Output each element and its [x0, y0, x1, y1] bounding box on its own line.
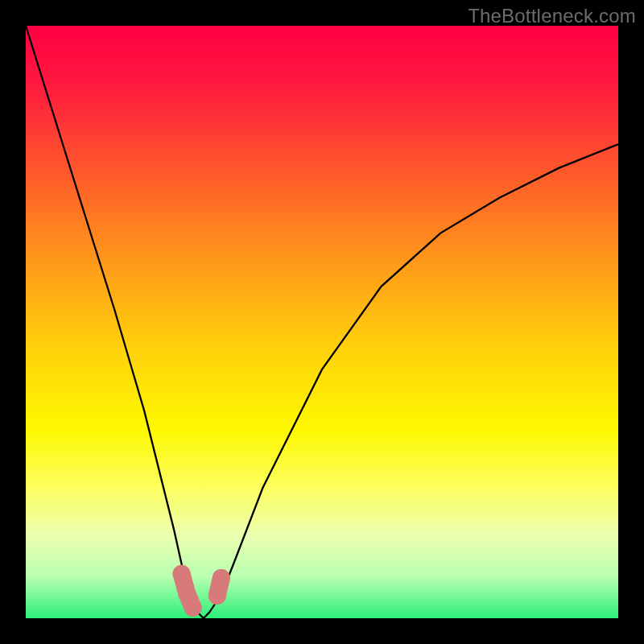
- marker-dot: [173, 565, 191, 583]
- marker-dot: [213, 569, 230, 587]
- bottleneck-curve: [26, 26, 618, 618]
- marker-dot: [184, 599, 202, 617]
- marker-dot: [208, 587, 226, 605]
- curve-layer: [26, 26, 618, 618]
- marker-layer: [173, 565, 230, 617]
- plot-area: [26, 26, 618, 618]
- watermark-text: TheBottleneck.com: [468, 5, 636, 27]
- chart-stage: TheBottleneck.com: [0, 0, 644, 644]
